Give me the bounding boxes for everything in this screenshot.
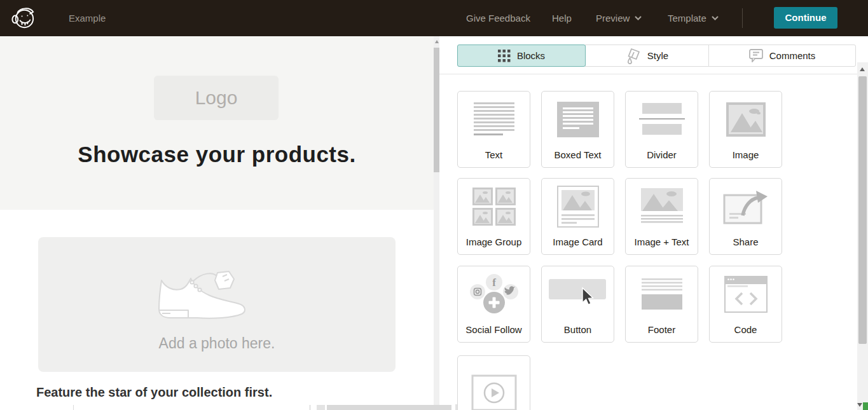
- image-group-icon: [458, 179, 530, 235]
- mailchimp-freddie-logo-icon[interactable]: [10, 4, 37, 32]
- panel-scroll-down-arrow-icon[interactable]: [857, 403, 862, 407]
- comments-bubble-icon: [749, 49, 763, 62]
- block-tile-footer[interactable]: Footer: [625, 266, 698, 343]
- block-tile-social-follow[interactable]: f Social Follow: [457, 266, 530, 343]
- preview-menu[interactable]: Preview: [596, 0, 642, 36]
- block-tile-label: Divider: [626, 149, 698, 160]
- panel-scroll-up-arrow-icon[interactable]: [860, 67, 865, 71]
- block-tile-label: Social Follow: [458, 324, 530, 335]
- block-tile-share[interactable]: Share: [709, 178, 782, 255]
- block-tile-label: Image Group: [458, 236, 530, 247]
- block-tile-video[interactable]: [457, 355, 530, 410]
- campaign-name: Example: [69, 0, 106, 36]
- editor-tabbar: Blocks Style Comments: [457, 44, 856, 67]
- hscroll-border-fragment: [310, 405, 310, 410]
- block-tile-label: Boxed Text: [542, 149, 614, 160]
- blocks-grid-icon: [498, 50, 511, 62]
- video-play-icon: [458, 365, 530, 410]
- tab-blocks[interactable]: Blocks: [457, 44, 586, 67]
- tab-label: Comments: [769, 50, 816, 61]
- panel-divider: [439, 74, 857, 74]
- panel-scrollbar-thumb[interactable]: [858, 76, 867, 344]
- topbar-divider: [742, 8, 743, 28]
- social-follow-icon: f: [458, 266, 530, 322]
- block-tile-image-card[interactable]: Image Card: [541, 178, 614, 255]
- email-headline[interactable]: Showcase your products.: [0, 142, 434, 167]
- divider-icon: [626, 92, 698, 147]
- button-cursor-icon: [542, 266, 614, 322]
- hscroll-thumb[interactable]: [327, 405, 451, 410]
- footer-icon: [626, 266, 698, 322]
- block-tile-label: Image: [710, 149, 782, 160]
- chevron-down-icon: [635, 16, 642, 20]
- green-indicator: [863, 402, 868, 410]
- hscroll-left-button[interactable]: [317, 405, 325, 410]
- block-tile-text[interactable]: Text: [457, 91, 530, 168]
- tab-label: Style: [647, 50, 668, 61]
- tab-comments[interactable]: Comments: [708, 44, 856, 67]
- svg-text:f: f: [492, 277, 496, 289]
- block-tile-boxed-text[interactable]: Boxed Text: [541, 91, 614, 168]
- block-tile-label: Image Card: [542, 236, 614, 247]
- photo-hint-text: Add a photo here.: [38, 335, 396, 352]
- canvas-scrollbar-thumb[interactable]: [434, 48, 439, 172]
- tab-label: Blocks: [517, 50, 545, 61]
- block-tile-image-group[interactable]: Image Group: [457, 178, 530, 255]
- block-tile-image[interactable]: Image: [709, 91, 782, 168]
- block-tile-label: Image + Text: [626, 236, 698, 247]
- text-block-icon: [458, 92, 530, 147]
- block-tile-image-plus-text[interactable]: Image + Text: [625, 178, 698, 255]
- block-tile-label: Text: [458, 149, 530, 160]
- block-tile-label: Footer: [626, 324, 698, 335]
- canvas-bottom-border-fragment: [73, 405, 74, 410]
- image-card-icon: [542, 179, 614, 235]
- section-heading[interactable]: Feature the star of your collection firs…: [36, 385, 272, 400]
- canvas-scroll-up-arrow-icon[interactable]: [435, 40, 439, 43]
- block-tile-label: Code: [710, 324, 782, 335]
- tab-style[interactable]: Style: [585, 44, 709, 67]
- code-icon: [710, 266, 782, 322]
- block-tile-label: Share: [710, 236, 782, 247]
- topbar: Example Give Feedback Help Preview Templ…: [0, 0, 868, 36]
- image-icon: [710, 92, 782, 147]
- email-hero-section: [0, 36, 434, 210]
- continue-button[interactable]: Continue: [774, 7, 837, 29]
- block-tile-label: Button: [542, 324, 614, 335]
- help-link[interactable]: Help: [552, 0, 572, 36]
- block-tile-button[interactable]: Button: [541, 266, 614, 343]
- block-tile-code[interactable]: Code: [709, 266, 782, 343]
- give-feedback-link[interactable]: Give Feedback: [466, 0, 530, 36]
- share-icon: [710, 179, 782, 235]
- shoe-illustration-icon: [151, 268, 253, 326]
- logo-placeholder[interactable]: Logo: [154, 76, 279, 120]
- chevron-down-icon: [712, 16, 719, 20]
- block-tile-divider[interactable]: Divider: [625, 91, 698, 168]
- boxed-text-icon: [542, 92, 614, 147]
- style-paint-icon: [626, 48, 641, 64]
- email-editor-app: Example Give Feedback Help Preview Templ…: [0, 0, 868, 410]
- image-plus-text-icon: [626, 179, 698, 235]
- template-menu[interactable]: Template: [668, 0, 719, 36]
